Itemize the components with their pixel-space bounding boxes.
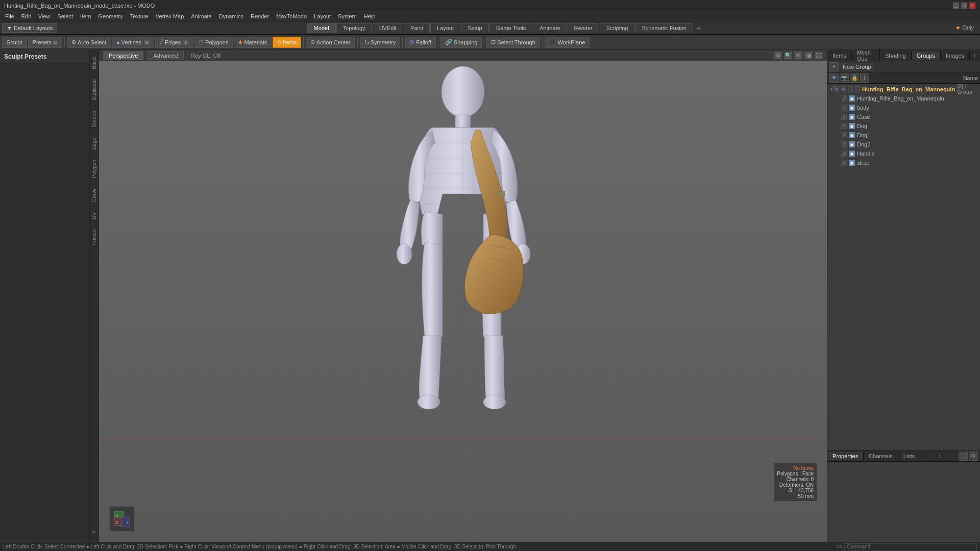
scene-tree-root[interactable]: ▼ ✓ ✓ Hunting_Rifle_Bag_on_Mannequin (2)…: [827, 85, 980, 94]
menu-maxtomode[interactable]: MaxToModo: [273, 13, 310, 20]
menu-system[interactable]: System: [335, 13, 360, 20]
command-input[interactable]: [844, 543, 977, 550]
sidebar-toggle-button[interactable]: ◀: [90, 525, 99, 540]
menu-dynamics[interactable]: Dynamics: [216, 13, 247, 20]
menu-view[interactable]: View: [35, 13, 54, 20]
vertices-button[interactable]: ● Vertices 0: [112, 37, 154, 48]
rp-tab-groups[interactable]: Groups: [912, 52, 941, 60]
presets-button[interactable]: Presets ▤: [28, 37, 62, 48]
sidebar-tab-duplicate[interactable]: Duplicate: [90, 74, 99, 105]
viewport-settings-icon[interactable]: ⚙: [774, 52, 782, 60]
viewport-grid-icon[interactable]: #: [794, 52, 802, 60]
menu-vertex-map[interactable]: Vertex Map: [153, 13, 187, 20]
sidebar-tab-polygon[interactable]: Polygon: [90, 155, 99, 183]
tree-item-0[interactable]: ✓ ▣ Hunting_Rifle_Bag_on_Mannequin: [827, 94, 980, 103]
rp-tab-mesh-ops[interactable]: Mesh Ops: [852, 48, 880, 63]
tab-uvedit[interactable]: UVEdit: [373, 23, 403, 33]
br-settings-button[interactable]: ⚙: [969, 452, 978, 461]
body-visible[interactable]: ✓: [841, 105, 847, 111]
tree-item-dog1[interactable]: ✓ ▣ Dog1: [827, 131, 980, 140]
default-layouts-button[interactable]: ▼ Default Layouts: [2, 23, 57, 33]
root-info-checkbox[interactable]: [855, 86, 860, 92]
tab-animate[interactable]: Animate: [533, 23, 567, 33]
sidebar-tab-fusion[interactable]: Fusion: [90, 225, 99, 249]
tab-topology[interactable]: Topology: [336, 23, 372, 33]
materials-button[interactable]: ◈ Materials: [234, 37, 272, 48]
menu-render[interactable]: Render: [248, 13, 272, 20]
action-center-button[interactable]: ⊙ Action Center: [306, 37, 355, 48]
sidebar-tab-basic[interactable]: Basic: [90, 52, 99, 73]
viewport-expand-icon[interactable]: ⛶: [815, 52, 823, 60]
item0-visible[interactable]: ✓: [841, 95, 847, 102]
tab-game-tools[interactable]: Game Tools: [489, 23, 533, 33]
group-add-button[interactable]: +: [829, 62, 839, 71]
tree-item-dog2[interactable]: ✓ ▣ Dog2: [827, 140, 980, 149]
tree-item-body[interactable]: ✓ ▣ body: [827, 103, 980, 112]
scene-eye-button[interactable]: 👁: [829, 73, 839, 83]
sidebar-tab-curve[interactable]: Curve: [90, 184, 99, 207]
close-button[interactable]: ×: [969, 2, 976, 9]
tab-schematic-fusion[interactable]: Schematic Fusion: [635, 23, 693, 33]
br-tab-lists[interactable]: Lists: [898, 452, 921, 460]
minimize-button[interactable]: _: [952, 2, 960, 9]
dog2-visible[interactable]: ✓: [841, 141, 847, 147]
sculpt-button[interactable]: Sculpt: [2, 37, 27, 48]
viewport[interactable]: Perspective Advanced Ray GL: Off ⚙ 🔍 # ◑…: [99, 50, 827, 542]
maximize-button[interactable]: □: [961, 2, 968, 9]
tab-model[interactable]: Model: [307, 23, 336, 33]
case-visible[interactable]: ✓: [841, 114, 847, 120]
handle-visible[interactable]: ✓: [841, 151, 847, 157]
edges-button[interactable]: ╱ Edges 0: [155, 37, 193, 48]
select-through-button[interactable]: ⊡ Select Through: [486, 37, 540, 48]
tab-setup[interactable]: Setup: [461, 23, 489, 33]
tab-render[interactable]: Render: [568, 23, 599, 33]
rp-tab-images[interactable]: Images: [941, 52, 970, 60]
tab-paint[interactable]: Paint: [404, 23, 430, 33]
br-tab-channels[interactable]: Channels: [864, 452, 898, 460]
autoselect-button[interactable]: ⊕ Auto Select: [67, 37, 111, 48]
menu-geometry[interactable]: Geometry: [95, 13, 126, 20]
viewport-raygl-button[interactable]: Ray GL: Off: [188, 52, 224, 59]
tree-item-case[interactable]: ✓ ▣ Case: [827, 112, 980, 121]
workplane-button[interactable]: ⬛ WorkPlane: [545, 37, 590, 48]
tab-layout[interactable]: Layout: [430, 23, 460, 33]
rp-tab-shading[interactable]: Shading: [880, 52, 911, 60]
br-tab-properties[interactable]: Properties: [827, 452, 864, 460]
symmetry-button[interactable]: ⇆ Symmetry: [360, 37, 401, 48]
dog-visible[interactable]: ✓: [841, 123, 847, 129]
viewport-zoom-icon[interactable]: 🔍: [784, 52, 792, 60]
menu-texture[interactable]: Texture: [127, 13, 152, 20]
layout-tab-add-button[interactable]: +: [694, 22, 704, 34]
menu-file[interactable]: File: [2, 13, 17, 20]
sidebar-tab-uv[interactable]: UV: [90, 208, 99, 224]
menu-edit[interactable]: Edit: [18, 13, 34, 20]
br-tab-add-button[interactable]: +: [936, 452, 943, 461]
menu-item[interactable]: Item: [77, 13, 94, 20]
viewport-shading-icon[interactable]: ◑: [804, 52, 813, 60]
menu-animate[interactable]: Animate: [188, 13, 214, 20]
rp-tab-items[interactable]: Items: [827, 52, 852, 60]
scene-tree[interactable]: ▼ ✓ ✓ Hunting_Rifle_Bag_on_Mannequin (2)…: [827, 84, 980, 450]
menu-layout[interactable]: Layout: [311, 13, 334, 20]
root-lock-checkbox[interactable]: [848, 86, 853, 92]
3d-viewport[interactable]: No Items Polygons : Face Channels: 0 Def…: [99, 61, 827, 542]
snapping-button[interactable]: 🔗 Snapping: [440, 37, 482, 48]
scene-lock-button[interactable]: 🔒: [850, 73, 859, 83]
sidebar-tab-deform[interactable]: Deform: [90, 106, 99, 132]
polygons-button[interactable]: ◻ Polygons: [194, 37, 233, 48]
root-render-checkbox[interactable]: ✓: [841, 86, 846, 92]
menu-select[interactable]: Select: [54, 13, 76, 20]
scene-render-button[interactable]: 📷: [840, 73, 849, 83]
scene-info-button[interactable]: ℹ: [860, 73, 869, 83]
root-visible-checkbox[interactable]: ✓: [834, 86, 839, 92]
tree-item-handle[interactable]: ✓ ▣ Handle: [827, 149, 980, 158]
sidebar-tab-edge[interactable]: Edge: [90, 133, 99, 154]
tab-scripting[interactable]: Scripting: [600, 23, 635, 33]
dog1-visible[interactable]: ✓: [841, 132, 847, 138]
strap-visible[interactable]: ✓: [841, 160, 847, 166]
tree-item-dog[interactable]: ✓ ▣ Dog: [827, 121, 980, 131]
tree-item-strap[interactable]: ✓ ▣ strap: [827, 158, 980, 167]
br-expand-button[interactable]: ⛶: [959, 452, 968, 461]
rp-tab-add-button[interactable]: +: [970, 51, 980, 61]
viewport-tab-advanced[interactable]: Advanced: [148, 51, 184, 60]
